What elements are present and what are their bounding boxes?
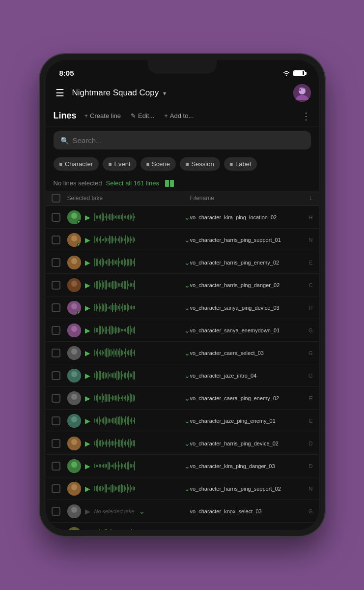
select-all-button[interactable]: Select all 161 lines [106, 179, 159, 187]
play-button[interactable]: ▶ [84, 212, 91, 222]
user-avatar[interactable] [293, 84, 311, 102]
svg-point-35 [71, 439, 77, 445]
char-avatar [67, 324, 81, 337]
take-dropdown-arrow[interactable]: ⌄ [139, 507, 145, 515]
row-checkbox[interactable] [52, 394, 60, 403]
row-checkbox[interactable] [52, 213, 60, 222]
last-cell: H [303, 305, 313, 311]
svg-point-32 [71, 416, 77, 422]
row-checkbox[interactable] [52, 303, 60, 312]
take-dropdown-arrow[interactable]: ⌄ [184, 236, 190, 244]
char-avatar [67, 346, 81, 360]
play-button[interactable]: ▶ [84, 529, 91, 531]
take-dropdown-arrow[interactable]: ⌄ [184, 462, 190, 470]
filename-cell: vo_character_harris_ping_support_02 [190, 486, 303, 492]
filename-cell: vo_character_kira_ping_location_02 [190, 214, 303, 220]
waveform [94, 302, 179, 314]
char-avatar [67, 527, 81, 531]
row-checkbox-cell [52, 303, 67, 312]
row-checkbox[interactable] [52, 484, 60, 493]
filename-cell: vo_character_jaze_intro_04 [190, 373, 303, 379]
take-dropdown-arrow[interactable]: ⌄ [184, 440, 190, 447]
phone-notch [148, 60, 217, 74]
play-button[interactable]: ▶ [84, 371, 91, 381]
play-button[interactable]: ▶ [84, 461, 91, 471]
filter-label[interactable]: ≡ Label [224, 157, 257, 171]
grid-view-toggle[interactable] [165, 180, 174, 187]
take-dropdown-arrow[interactable]: ⌄ [184, 417, 190, 425]
play-button[interactable]: ▶ [84, 484, 91, 494]
char-avatar [67, 414, 81, 428]
row-checkbox[interactable] [52, 236, 60, 244]
take-dropdown-arrow[interactable]: ⌄ [184, 304, 190, 312]
play-button[interactable]: ▶ [84, 348, 91, 358]
header-checkbox[interactable] [52, 194, 60, 203]
play-button[interactable]: ▶ [84, 393, 91, 403]
char-avatar [67, 369, 81, 383]
status-time: 8:05 [59, 69, 74, 77]
row-checkbox[interactable] [52, 462, 60, 471]
phone-frame: 8:05 ☰ Nightmare Squad Copy ▾ [40, 54, 325, 536]
filename-cell: vo_character_harris_ping_enemy_02 [190, 260, 303, 266]
take-dropdown-arrow[interactable]: ⌄ [184, 259, 190, 266]
create-line-button[interactable]: + Create line [81, 110, 125, 122]
row-checkbox[interactable] [52, 258, 60, 267]
toolbar: Lines + Create line ✎ Edit... + Add to..… [46, 106, 319, 126]
filter-session[interactable]: ≡ Session [180, 157, 220, 171]
waveform [94, 324, 179, 336]
row-checkbox[interactable] [52, 326, 60, 335]
play-button[interactable]: ▶ [84, 416, 91, 426]
row-checkbox-cell [52, 236, 67, 244]
row-checkbox[interactable] [52, 349, 60, 357]
take-dropdown-arrow[interactable]: ⌄ [184, 213, 190, 221]
last-cell: G [303, 327, 313, 333]
take-dropdown-arrow[interactable]: ⌄ [184, 349, 190, 357]
search-input[interactable] [73, 136, 304, 145]
table-row: ▶ ⌄ vo_character_jaze_intro_04 G [46, 364, 319, 387]
project-dropdown-arrow[interactable]: ▾ [163, 90, 166, 97]
filter-event[interactable]: ≡ Event [103, 157, 137, 171]
char-avatar [67, 504, 81, 518]
play-button[interactable]: ▶ [84, 439, 91, 448]
play-button[interactable]: ▶ [84, 235, 91, 245]
take-dropdown-arrow[interactable]: ⌄ [184, 394, 190, 402]
edit-icon: ✎ [131, 112, 136, 119]
take-dropdown-arrow[interactable]: ⌄ [184, 281, 190, 289]
play-button[interactable]: ▶ [84, 280, 91, 290]
svg-point-14 [71, 281, 77, 287]
svg-point-5 [71, 213, 77, 219]
svg-point-11 [71, 258, 77, 264]
hamburger-menu[interactable]: ☰ [54, 85, 66, 101]
filename-cell: vo_character_sanya_enemydown_01 [190, 327, 303, 333]
search-bar: 🔍 [46, 126, 319, 154]
table-row: ▶ ⌄ vo_character_kira_ping_danger_03 D [46, 455, 319, 477]
filter-scene[interactable]: ≡ Scene [140, 157, 176, 171]
take-dropdown-arrow[interactable]: ⌄ [184, 485, 190, 493]
play-button[interactable]: ▶ [84, 303, 91, 313]
take-dropdown-arrow[interactable]: ⌄ [184, 326, 190, 334]
row-checkbox-cell [52, 371, 67, 380]
create-line-icon: + [84, 112, 88, 119]
row-checkbox[interactable] [52, 439, 60, 448]
waveform [94, 528, 179, 531]
play-button[interactable]: ▶ [84, 325, 91, 335]
filter-character[interactable]: ≡ Character [54, 157, 99, 171]
take-dropdown-arrow[interactable]: ⌄ [184, 372, 190, 380]
row-checkbox[interactable] [52, 281, 60, 290]
row-checkbox[interactable] [52, 507, 60, 516]
take-cell: ▶ ⌄ [67, 324, 190, 337]
table-container[interactable]: Selected take Filename L ▶ ⌄ vo_characte… [46, 191, 319, 530]
row-checkbox-cell [52, 349, 67, 357]
add-to-button[interactable]: + Add to... [160, 110, 197, 122]
svg-point-23 [71, 349, 77, 354]
play-button[interactable]: ▶ [84, 258, 91, 267]
last-cell: E [303, 418, 313, 424]
row-checkbox[interactable] [52, 530, 60, 531]
row-checkbox-cell [52, 258, 67, 267]
take-dropdown-arrow[interactable]: ⌄ [184, 530, 190, 531]
last-cell: E [303, 260, 313, 266]
row-checkbox[interactable] [52, 416, 60, 425]
edit-button[interactable]: ✎ Edit... [127, 110, 158, 122]
more-options-button[interactable]: ⋮ [301, 110, 311, 122]
row-checkbox[interactable] [52, 371, 60, 380]
